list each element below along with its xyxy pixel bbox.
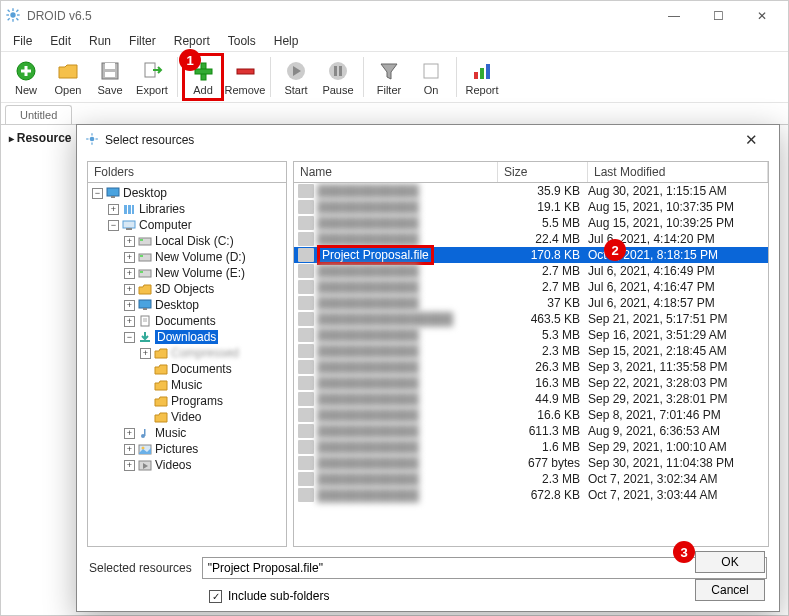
file-row[interactable]: ████████████677 bytesSep 30, 2021, 11:04… bbox=[294, 455, 768, 471]
file-name: ████████████ bbox=[317, 184, 498, 198]
cancel-button[interactable]: Cancel bbox=[695, 579, 765, 601]
file-row[interactable]: ████████████16.6 KBSep 8, 2021, 7:01:46 … bbox=[294, 407, 768, 423]
file-row[interactable]: ████████████5.3 MBSep 16, 2021, 3:51:29 … bbox=[294, 327, 768, 343]
file-row[interactable]: ████████████5.5 MBAug 15, 2021, 10:39:25… bbox=[294, 215, 768, 231]
menu-file[interactable]: File bbox=[5, 32, 40, 50]
tree-node[interactable]: −Downloads bbox=[88, 329, 286, 345]
disk-icon bbox=[137, 266, 153, 280]
ok-button[interactable]: OK bbox=[695, 551, 765, 573]
file-row[interactable]: Project Proposal.file170.8 KBOct 1, 2021… bbox=[294, 247, 768, 263]
file-row[interactable]: ████████████16.3 MBSep 22, 2021, 3:28:03… bbox=[294, 375, 768, 391]
filter-button[interactable]: Filter bbox=[368, 53, 410, 101]
file-row[interactable]: ████████████████463.5 KBSep 21, 2021, 5:… bbox=[294, 311, 768, 327]
tree-label: Documents bbox=[171, 362, 232, 376]
expand-icon[interactable]: + bbox=[124, 252, 135, 263]
expand-icon[interactable]: − bbox=[124, 332, 135, 343]
file-list[interactable]: ████████████35.9 KBAug 30, 2021, 1:15:15… bbox=[293, 183, 769, 547]
maximize-button[interactable]: ☐ bbox=[696, 1, 740, 31]
menu-help[interactable]: Help bbox=[266, 32, 307, 50]
tree-node[interactable]: −Computer bbox=[88, 217, 286, 233]
menu-run[interactable]: Run bbox=[81, 32, 119, 50]
tree-node[interactable]: +New Volume (D:) bbox=[88, 249, 286, 265]
file-size: 26.3 MB bbox=[498, 360, 588, 374]
file-list-header: Name Size Last Modified bbox=[293, 161, 769, 183]
tree-node[interactable]: +Compressed bbox=[88, 345, 286, 361]
file-size: 2.7 MB bbox=[498, 280, 588, 294]
tree-label: Programs bbox=[171, 394, 223, 408]
file-row[interactable]: ████████████1.6 MBSep 29, 2021, 1:00:10 … bbox=[294, 439, 768, 455]
menu-tools[interactable]: Tools bbox=[220, 32, 264, 50]
tree-node[interactable]: +Documents bbox=[88, 313, 286, 329]
tree-node[interactable]: Video bbox=[88, 409, 286, 425]
file-row[interactable]: ████████████19.1 KBAug 15, 2021, 10:37:3… bbox=[294, 199, 768, 215]
menu-edit[interactable]: Edit bbox=[42, 32, 79, 50]
menu-report[interactable]: Report bbox=[166, 32, 218, 50]
expand-icon[interactable]: + bbox=[124, 444, 135, 455]
file-row[interactable]: ████████████2.3 MBOct 7, 2021, 3:02:34 A… bbox=[294, 471, 768, 487]
tree-node[interactable]: +3D Objects bbox=[88, 281, 286, 297]
desktop-icon bbox=[137, 298, 153, 312]
tree-node[interactable]: +Desktop bbox=[88, 297, 286, 313]
dialog-close-button[interactable]: ✕ bbox=[731, 131, 771, 149]
col-size[interactable]: Size bbox=[498, 162, 588, 182]
tree-node[interactable]: −Desktop bbox=[88, 185, 286, 201]
pause-button[interactable]: Pause bbox=[317, 53, 359, 101]
include-subfolders-checkbox[interactable]: ✓ bbox=[209, 590, 222, 603]
file-row[interactable]: ████████████672.8 KBOct 7, 2021, 3:03:44… bbox=[294, 487, 768, 503]
expand-icon[interactable]: − bbox=[108, 220, 119, 231]
tree-node[interactable]: Programs bbox=[88, 393, 286, 409]
tab-bar: Untitled bbox=[1, 103, 788, 125]
expand-icon[interactable]: + bbox=[108, 204, 119, 215]
file-row[interactable]: ████████████2.3 MBSep 15, 2021, 2:18:45 … bbox=[294, 343, 768, 359]
file-row[interactable]: ████████████35.9 KBAug 30, 2021, 1:15:15… bbox=[294, 183, 768, 199]
tree-label: 3D Objects bbox=[155, 282, 214, 296]
file-row[interactable]: ████████████37 KBJul 6, 2021, 4:18:57 PM bbox=[294, 295, 768, 311]
save-button[interactable]: Save bbox=[89, 53, 131, 101]
remove-button[interactable]: Remove bbox=[224, 53, 266, 101]
new-button[interactable]: New bbox=[5, 53, 47, 101]
file-row[interactable]: ████████████2.7 MBJul 6, 2021, 4:16:49 P… bbox=[294, 263, 768, 279]
tree-node[interactable]: Documents bbox=[88, 361, 286, 377]
tab-untitled[interactable]: Untitled bbox=[5, 105, 72, 124]
expand-icon[interactable]: + bbox=[124, 300, 135, 311]
report-button[interactable]: Report bbox=[461, 53, 503, 101]
file-row[interactable]: ████████████2.7 MBJul 6, 2021, 4:16:47 P… bbox=[294, 279, 768, 295]
tree-node[interactable]: +New Volume (E:) bbox=[88, 265, 286, 281]
start-button[interactable]: Start bbox=[275, 53, 317, 101]
expand-icon[interactable]: + bbox=[124, 284, 135, 295]
col-modified[interactable]: Last Modified bbox=[588, 162, 768, 182]
export-button[interactable]: Export bbox=[131, 53, 173, 101]
tree-node[interactable]: +Libraries bbox=[88, 201, 286, 217]
filter-on-button[interactable]: On bbox=[410, 53, 452, 101]
minimize-button[interactable]: — bbox=[652, 1, 696, 31]
open-button[interactable]: Open bbox=[47, 53, 89, 101]
folder-tree[interactable]: −Desktop+Libraries−Computer+Local Disk (… bbox=[87, 182, 287, 547]
close-button[interactable]: ✕ bbox=[740, 1, 784, 31]
file-name: ████████████ bbox=[317, 392, 498, 406]
col-name[interactable]: Name bbox=[294, 162, 498, 182]
tree-node[interactable]: +Local Disk (C:) bbox=[88, 233, 286, 249]
svg-rect-42 bbox=[140, 255, 143, 257]
tree-node[interactable]: Music bbox=[88, 377, 286, 393]
tree-node[interactable]: +Music bbox=[88, 425, 286, 441]
expand-icon[interactable]: + bbox=[140, 348, 151, 359]
expand-icon[interactable]: − bbox=[92, 188, 103, 199]
expand-icon[interactable]: + bbox=[124, 236, 135, 247]
file-size: 463.5 KB bbox=[498, 312, 588, 326]
expand-icon[interactable]: + bbox=[124, 268, 135, 279]
new-label: New bbox=[15, 84, 37, 96]
title-bar: DROID v6.5 — ☐ ✕ bbox=[1, 1, 788, 31]
expand-icon[interactable]: + bbox=[124, 428, 135, 439]
expand-icon[interactable]: + bbox=[124, 460, 135, 471]
file-size: 672.8 KB bbox=[498, 488, 588, 502]
tree-node[interactable]: +Pictures bbox=[88, 441, 286, 457]
tree-node[interactable]: +Videos bbox=[88, 457, 286, 473]
svg-rect-21 bbox=[334, 66, 337, 76]
file-row[interactable]: ████████████26.3 MBSep 3, 2021, 11:35:58… bbox=[294, 359, 768, 375]
file-row[interactable]: ████████████611.3 MBAug 9, 2021, 6:36:53… bbox=[294, 423, 768, 439]
file-row[interactable]: ████████████44.9 MBSep 29, 2021, 3:28:01… bbox=[294, 391, 768, 407]
menu-filter[interactable]: Filter bbox=[121, 32, 164, 50]
tree-label: Video bbox=[171, 410, 201, 424]
expand-icon[interactable]: + bbox=[124, 316, 135, 327]
file-icon bbox=[298, 472, 314, 486]
